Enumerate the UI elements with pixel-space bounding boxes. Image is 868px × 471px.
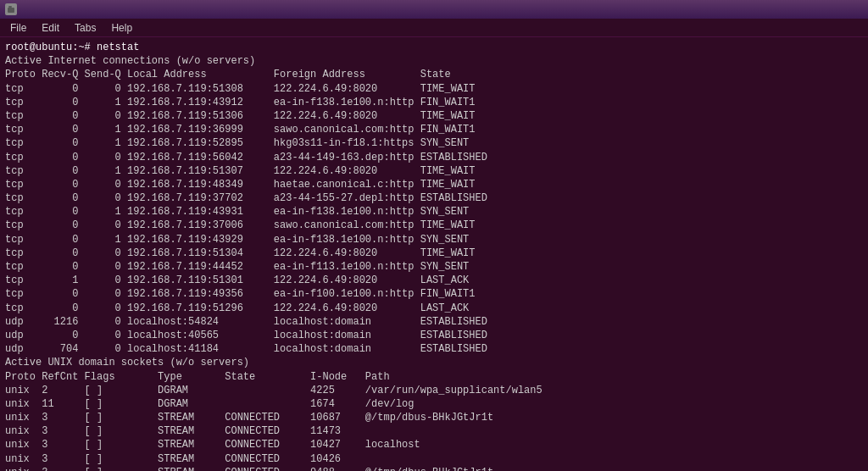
terminal-line: tcp 1 0 192.168.7.119:51301 122.224.6.49…	[5, 274, 863, 287]
menu-file[interactable]: File	[3, 20, 33, 36]
menu-tabs[interactable]: Tabs	[68, 20, 103, 36]
terminal-line: unix 2 [ ] DGRAM 4225 /var/run/wpa_suppl…	[5, 384, 863, 397]
title-bar-left	[5, 3, 17, 15]
terminal-line: Active UNIX domain sockets (w/o servers)	[5, 356, 863, 369]
terminal-line: tcp 0 0 192.168.7.119:48349 haetae.canon…	[5, 178, 863, 191]
terminal-line: tcp 0 1 192.168.7.119:43931 ea-in-f138.1…	[5, 205, 863, 219]
terminal-line: unix 3 [ ] STREAM CONNECTED 10687 @/tmp/…	[5, 411, 863, 424]
menu-edit[interactable]: Edit	[35, 20, 66, 36]
terminal-line: unix 3 [ ] STREAM CONNECTED 11473	[5, 424, 863, 438]
terminal-line: Active Internet connections (w/o servers…	[5, 54, 863, 68]
terminal-line: tcp 0 0 192.168.7.119:37702 a23-44-155-2…	[5, 191, 863, 205]
terminal-prompt: root@ubuntu:~# netstat	[5, 41, 863, 54]
terminal-line: tcp 0 0 192.168.7.119:49356 ea-in-f100.1…	[5, 287, 863, 301]
terminal-line: tcp 0 0 192.168.7.119:51296 122.224.6.49…	[5, 302, 863, 315]
terminal-line: tcp 0 0 192.168.7.119:37006 sawo.canonic…	[5, 219, 863, 232]
terminal-line: unix 3 [ ] STREAM CONNECTED 9488 @/tmp/d…	[5, 466, 863, 471]
terminal-content[interactable]: root@ubuntu:~# netstat Active Internet c…	[0, 37, 868, 471]
terminal-line: Proto RefCnt Flags Type State I-Node Pat…	[5, 370, 863, 384]
menubar: File Edit Tabs Help	[0, 19, 868, 37]
window-icon	[5, 3, 17, 15]
terminal-line: udp 0 0 localhost:40565 localhost:domain…	[5, 329, 863, 342]
menu-help[interactable]: Help	[104, 20, 139, 36]
terminal-line: tcp 0 1 192.168.7.119:43912 ea-in-f138.1…	[5, 96, 863, 109]
terminal-line: tcp 0 1 192.168.7.119:36999 sawo.canonic…	[5, 123, 863, 136]
terminal-line: tcp 0 0 192.168.7.119:51306 122.224.6.49…	[5, 109, 863, 123]
terminal-line: tcp 0 0 192.168.7.119:51304 122.224.6.49…	[5, 247, 863, 260]
terminal-line: tcp 0 0 192.168.7.119:51308 122.224.6.49…	[5, 82, 863, 96]
terminal-line: udp 704 0 localhost:41184 localhost:doma…	[5, 342, 863, 356]
terminal-line: unix 3 [ ] STREAM CONNECTED 10427 localh…	[5, 438, 863, 452]
title-bar	[0, 0, 868, 19]
terminal-window: File Edit Tabs Help root@ubuntu:~# netst…	[0, 0, 868, 471]
terminal-line: tcp 0 1 192.168.7.119:51307 122.224.6.49…	[5, 164, 863, 178]
terminal-line: unix 3 [ ] STREAM CONNECTED 10426	[5, 452, 863, 466]
terminal-line: tcp 0 0 192.168.7.119:56042 a23-44-149-1…	[5, 151, 863, 164]
terminal-line: Proto Recv-Q Send-Q Local Address Foreig…	[5, 68, 863, 81]
terminal-line: tcp 0 1 192.168.7.119:52895 hkg03s11-in-…	[5, 136, 863, 150]
terminal-line: udp 1216 0 localhost:54824 localhost:dom…	[5, 315, 863, 329]
svg-rect-1	[8, 6, 12, 8]
svg-rect-0	[8, 8, 14, 13]
terminal-line: tcp 0 1 192.168.7.119:43929 ea-in-f138.1…	[5, 233, 863, 247]
terminal-line: unix 11 [ ] DGRAM 1674 /dev/log	[5, 397, 863, 411]
terminal-line: tcp 0 0 192.168.7.119:44452 ea-in-f113.1…	[5, 260, 863, 274]
